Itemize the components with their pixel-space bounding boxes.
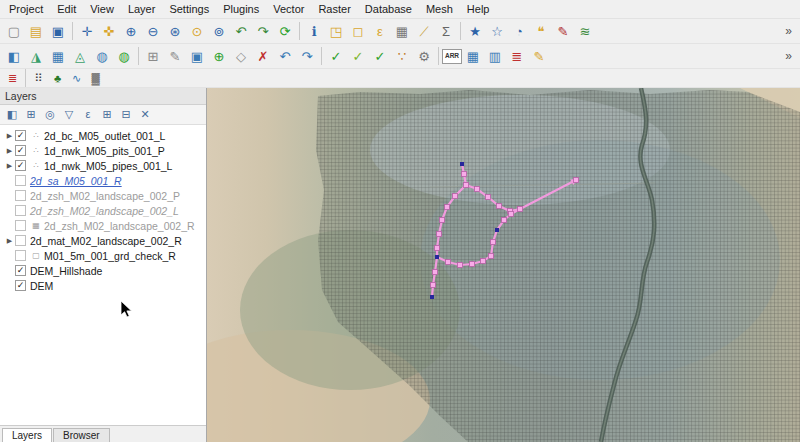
vertex-tool-button[interactable]: ◇ — [230, 46, 252, 67]
select-features-button[interactable]: ◳ — [325, 21, 347, 42]
layer-row-2d_sa_M05_001_R[interactable]: 2d_sa_M05_001_R — [0, 173, 206, 188]
plugin-profile-button[interactable]: ∿ — [67, 70, 86, 86]
zoom-last-button[interactable]: ↶ — [230, 21, 252, 42]
attribute-table-blue-button[interactable]: ▦ — [462, 46, 484, 67]
save-layer-edits-button[interactable]: ▣ — [186, 46, 208, 67]
plugin-tree-button[interactable]: ♣ — [48, 70, 67, 86]
zoom-out-button[interactable]: ⊖ — [142, 21, 164, 42]
add-vector-layer-button[interactable]: ◮ — [25, 46, 47, 67]
add-web-layer-button[interactable]: ◍ — [113, 46, 135, 67]
layer-row-2d_zsh_M02_landscape_002_R[interactable]: ▦2d_zsh_M02_landscape_002_R — [0, 218, 206, 233]
deselect-features-button[interactable]: ◻ — [347, 21, 369, 42]
new-bookmark-button[interactable]: ★ — [464, 21, 486, 42]
statistical-summary-button[interactable]: Σ — [435, 21, 457, 42]
menu-project[interactable]: Project — [2, 1, 50, 17]
layer-visibility-checkbox[interactable]: ✓ — [15, 280, 26, 291]
menu-layer[interactable]: Layer — [121, 1, 163, 17]
arr-tool-button[interactable]: ARR — [442, 49, 462, 64]
layer-visibility-checkbox[interactable]: ✓ — [15, 265, 26, 276]
layer-row-1d_nwk_M05_pipes_001_L[interactable]: ▶✓∴1d_nwk_M05_pipes_001_L — [0, 158, 206, 173]
add-mesh-layer-button[interactable]: ◬ — [69, 46, 91, 67]
layer-visibility-checkbox[interactable] — [15, 250, 26, 261]
select-by-expression-button[interactable]: ε — [369, 21, 391, 42]
layer-visibility-checkbox[interactable] — [15, 205, 26, 216]
layer-row-M01_5m_001_grd_check_R[interactable]: ▢M01_5m_001_grd_check_R — [0, 248, 206, 263]
identify-features-button[interactable]: ℹ — [303, 21, 325, 42]
layer-row-1d_nwk_M05_pits_001_P[interactable]: ▶✓∴1d_nwk_M05_pits_001_P — [0, 143, 206, 158]
layer-row-2d_bc_M05_outlet_001_L[interactable]: ▶✓∴2d_bc_M05_outlet_001_L — [0, 128, 206, 143]
check-geometry-2-button[interactable]: ✓ — [347, 46, 369, 67]
zoom-full-button[interactable]: ⊛ — [164, 21, 186, 42]
layer-row-2d_mat_M02_landscape_002_R[interactable]: ▶2d_mat_M02_landscape_002_R — [0, 233, 206, 248]
open-attribute-table-button[interactable]: ▦ — [391, 21, 413, 42]
zoom-in-button[interactable]: ⊕ — [120, 21, 142, 42]
plugin-dots-button[interactable]: ⠿ — [29, 70, 48, 86]
add-feature-button[interactable]: ⊕ — [208, 46, 230, 67]
tab-layers[interactable]: Layers — [2, 428, 52, 442]
python-console-button[interactable]: ≋ — [574, 21, 596, 42]
layer-visibility-checkbox[interactable]: ✓ — [15, 130, 26, 141]
tab-browser[interactable]: Browser — [53, 428, 110, 442]
layer-visibility-checkbox[interactable] — [15, 190, 26, 201]
map-tips-button[interactable]: ❝ — [530, 21, 552, 42]
layer-visibility-checkbox[interactable]: ✓ — [15, 160, 26, 171]
refresh-map-button[interactable]: ⟳ — [274, 21, 296, 42]
menu-vector[interactable]: Vector — [266, 1, 311, 17]
expand-arrow-icon[interactable]: ▶ — [4, 132, 15, 140]
manage-map-themes-button[interactable]: ◎ — [41, 107, 59, 123]
layer-visibility-checkbox[interactable]: ✓ — [15, 145, 26, 156]
tuflow-abacus-button[interactable]: ≣ — [506, 46, 528, 67]
add-wms-layer-button[interactable]: ◍ — [91, 46, 113, 67]
temporal-controller-button[interactable]: ◔ — [508, 21, 530, 42]
delete-selected-button[interactable]: ✗ — [252, 46, 274, 67]
check-geometry-3-button[interactable]: ✓ — [369, 46, 391, 67]
toolbar-overflow-chevron[interactable]: » — [785, 49, 797, 63]
menu-help[interactable]: Help — [460, 1, 497, 17]
check-geometry-1-button[interactable]: ✓ — [325, 46, 347, 67]
zoom-to-selection-button[interactable]: ⊙ — [186, 21, 208, 42]
layout-manager-button[interactable]: ▥ — [484, 46, 506, 67]
field-calculator-button[interactable]: ✎ — [528, 46, 550, 67]
collapse-all-button[interactable]: ⊟ — [117, 107, 135, 123]
menu-raster[interactable]: Raster — [311, 1, 357, 17]
osm-tools-button[interactable]: ∵ — [391, 46, 413, 67]
show-bookmarks-button[interactable]: ☆ — [486, 21, 508, 42]
menu-edit[interactable]: Edit — [50, 1, 83, 17]
map-canvas[interactable] — [207, 88, 800, 442]
layer-row-2d_zsh_M02_landscape_002_P[interactable]: 2d_zsh_M02_landscape_002_P — [0, 188, 206, 203]
plugin-mesh-button[interactable]: ▓ — [86, 70, 105, 86]
zoom-to-layer-button[interactable]: ⊚ — [208, 21, 230, 42]
measure-line-button[interactable]: ⟋ — [413, 21, 435, 42]
menu-plugins[interactable]: Plugins — [216, 1, 266, 17]
filter-legend-button[interactable]: ▽ — [60, 107, 78, 123]
filter-by-expression-button[interactable]: ε — [79, 107, 97, 123]
pan-map-button[interactable]: ✛ — [76, 21, 98, 42]
menu-database[interactable]: Database — [358, 1, 419, 17]
remove-layer-button[interactable]: ✕ — [136, 107, 154, 123]
project-open-button[interactable]: ▤ — [25, 21, 47, 42]
project-save-button[interactable]: ▣ — [47, 21, 69, 42]
annotations-button[interactable]: ✎ — [552, 21, 574, 42]
menu-settings[interactable]: Settings — [162, 1, 216, 17]
layer-visibility-checkbox[interactable] — [15, 220, 26, 231]
expand-arrow-icon[interactable]: ▶ — [4, 162, 15, 170]
pan-to-selection-button[interactable]: ✜ — [98, 21, 120, 42]
layer-row-DEM_Hillshade[interactable]: ✓DEM_Hillshade — [0, 263, 206, 278]
undo-button[interactable]: ↶ — [274, 46, 296, 67]
expand-all-button[interactable]: ⊞ — [98, 107, 116, 123]
layer-row-DEM[interactable]: ✓DEM — [0, 278, 206, 293]
layer-visibility-checkbox[interactable] — [15, 175, 26, 186]
menu-view[interactable]: View — [83, 1, 121, 17]
tuflow-viewer-button[interactable]: ≣ — [3, 70, 22, 86]
processing-toolbox-button[interactable]: ⚙ — [413, 46, 435, 67]
add-group-button[interactable]: ⊞ — [22, 107, 40, 123]
new-shapefile-layer-button[interactable]: ⊞ — [142, 46, 164, 67]
expand-arrow-icon[interactable]: ▶ — [4, 237, 15, 245]
expand-arrow-icon[interactable]: ▶ — [4, 147, 15, 155]
redo-button[interactable]: ↷ — [296, 46, 318, 67]
open-layer-styling-button[interactable]: ◧ — [3, 107, 21, 123]
add-raster-layer-button[interactable]: ▦ — [47, 46, 69, 67]
project-new-button[interactable]: ▢ — [3, 21, 25, 42]
menu-mesh[interactable]: Mesh — [419, 1, 460, 17]
layer-row-2d_zsh_M02_landscape_002_L[interactable]: 2d_zsh_M02_landscape_002_L — [0, 203, 206, 218]
